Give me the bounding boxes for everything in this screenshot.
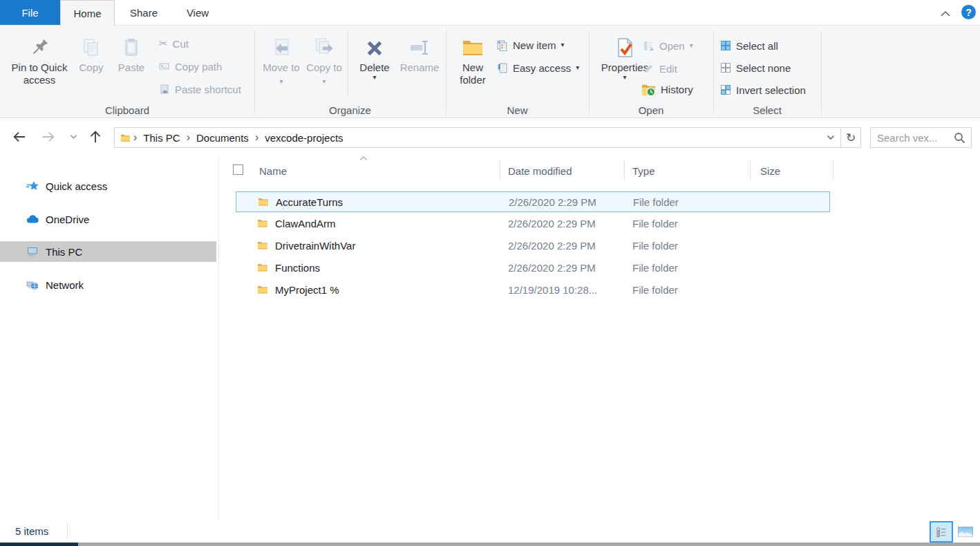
new-item-button[interactable]: New item ▾ (496, 35, 565, 55)
clipboard-group-label: Clipboard (0, 104, 254, 116)
new-folder-button[interactable]: New folder (452, 30, 493, 86)
column-divider[interactable] (750, 160, 751, 181)
select-none-button[interactable]: Select none (720, 58, 791, 77)
sidebar-item-quick-access[interactable]: Quick access (0, 176, 216, 196)
delete-button[interactable]: Delete ▾ (355, 30, 394, 81)
easy-access-label: Easy access (513, 62, 571, 74)
dropdown-caret: ▾ (690, 42, 693, 49)
address-bar: › This PC › Documents › vexcode-projects… (0, 118, 980, 156)
group-divider (446, 30, 446, 115)
column-divider[interactable] (500, 160, 500, 181)
copy-path-button[interactable]: Copy path (159, 57, 222, 76)
paste-button[interactable]: Paste (112, 30, 151, 74)
dropdown-caret: ▾ (373, 74, 376, 81)
tab-home[interactable]: Home (60, 0, 115, 26)
search-icon[interactable] (948, 132, 971, 144)
new-folder-icon (462, 34, 484, 62)
column-header-type[interactable]: Type (632, 165, 655, 177)
select-all-label: Select all (736, 40, 778, 52)
minimize-ribbon-button[interactable] (940, 7, 955, 18)
this-pc-icon (26, 245, 40, 258)
items-count: 5 items (15, 525, 48, 537)
group-divider (713, 30, 714, 115)
copy-to-icon (313, 34, 335, 62)
column-divider[interactable] (833, 160, 833, 181)
scissors-icon: ✂ (159, 37, 168, 50)
properties-label: Properties (601, 62, 648, 74)
sidebar-item-this-pc[interactable]: This PC (0, 241, 216, 262)
open-icon (643, 40, 654, 52)
move-to-button[interactable]: Move to ▾ (263, 30, 300, 86)
sidebar-item-network[interactable]: Network (0, 274, 216, 295)
breadcrumb-item-this-pc[interactable]: This PC (139, 132, 184, 144)
folder-icon (256, 262, 269, 275)
open-label: Open (659, 40, 685, 52)
select-all-checkbox[interactable] (233, 164, 243, 175)
select-none-icon (720, 62, 731, 73)
copy-to-button[interactable]: Copy to ▾ (305, 30, 343, 86)
easy-access-button[interactable]: Easy access ▾ (496, 58, 579, 77)
rename-button[interactable]: Rename (398, 30, 441, 74)
easy-access-icon (496, 62, 508, 74)
tab-file[interactable]: File (0, 0, 60, 25)
back-button[interactable] (10, 126, 29, 147)
forward-button[interactable] (39, 126, 58, 147)
tab-view[interactable]: View (173, 0, 223, 25)
column-header-name[interactable]: Name (259, 165, 287, 177)
recent-locations-button[interactable] (66, 126, 80, 147)
dropdown-caret: ▾ (322, 77, 326, 85)
copy-button[interactable]: Copy (73, 30, 109, 74)
up-button[interactable] (86, 126, 105, 147)
column-divider[interactable] (624, 160, 625, 181)
cut-button[interactable]: ✂ Cut (159, 34, 189, 53)
search-input[interactable] (871, 132, 948, 144)
pin-to-quick-access-button[interactable]: Pin to Quick access (8, 30, 70, 86)
open-button[interactable]: Open ▾ (643, 36, 693, 55)
select-all-button[interactable]: Select all (720, 36, 778, 55)
select-all-icon (720, 40, 731, 51)
table-row[interactable]: Functions 2/26/2020 2:29 PM File folder (236, 258, 830, 279)
breadcrumb-item-documents[interactable]: Documents (192, 132, 253, 144)
column-header-row: Name Date modified Type Size (219, 156, 980, 184)
table-row[interactable]: MyProject1 % 12/19/2019 10:28... File fo… (236, 280, 830, 301)
edit-button[interactable]: Edit (643, 59, 677, 78)
file-name: DrivetrainWithVar (275, 240, 355, 252)
new-group-label: New (446, 104, 589, 116)
breadcrumb-item-vexcode-projects[interactable]: vexcode-projects (261, 132, 347, 144)
help-button[interactable]: ? (961, 5, 976, 19)
table-row[interactable]: AccurateTurns 2/26/2020 2:29 PM File fol… (236, 191, 830, 212)
paste-shortcut-button[interactable]: Paste shortcut (159, 79, 241, 99)
address-dropdown-button[interactable] (827, 135, 835, 140)
file-date-modified: 2/26/2020 2:29 PM (508, 262, 596, 274)
chevron-down-icon (827, 135, 835, 140)
table-row[interactable]: DrivetrainWithVar 2/26/2020 2:29 PM File… (236, 236, 830, 256)
tab-share[interactable]: Share (115, 0, 173, 25)
details-view-button[interactable] (930, 521, 953, 543)
group-divider (589, 30, 590, 115)
invert-selection-button[interactable]: Invert selection (720, 80, 806, 100)
sidebar-item-onedrive[interactable]: OneDrive (0, 209, 216, 229)
delete-label: Delete (359, 62, 389, 74)
sidebar-item-label: Quick access (46, 180, 107, 192)
breadcrumb[interactable]: › This PC › Documents › vexcode-projects… (114, 127, 861, 148)
column-header-size[interactable]: Size (760, 165, 780, 177)
search-box (870, 127, 972, 148)
edit-icon (643, 63, 654, 75)
file-type: File folder (632, 218, 678, 229)
column-header-date-modified[interactable]: Date modified (508, 165, 572, 177)
folder-icon (256, 240, 269, 253)
file-type: File folder (632, 284, 678, 296)
file-type: File folder (632, 240, 678, 252)
copy-path-icon (159, 61, 170, 72)
table-row[interactable]: ClawAndArm 2/26/2020 2:29 PM File folder (236, 214, 830, 234)
delete-icon (364, 34, 385, 62)
back-arrow-icon (11, 129, 28, 144)
properties-icon (614, 34, 636, 62)
file-list: Name Date modified Type Size AccurateTur… (219, 156, 980, 523)
edit-label: Edit (659, 63, 677, 75)
thumbnails-view-button[interactable] (954, 521, 977, 543)
refresh-button[interactable]: ↻ (841, 131, 860, 145)
copy-label: Copy (79, 62, 103, 74)
move-to-icon (270, 34, 292, 62)
history-button[interactable]: History (641, 79, 693, 99)
